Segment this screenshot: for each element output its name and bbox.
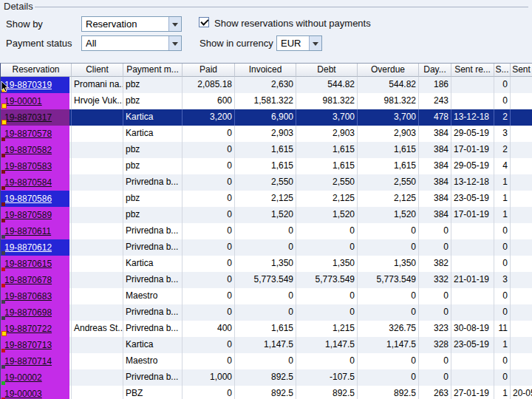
table-row[interactable]: 19-8870582pbz01,6151,6151,61538417-01-19… (1, 142, 532, 158)
column-header-s[interactable]: S... (494, 64, 511, 77)
reservation-link[interactable]: 19-8870582 (4, 143, 52, 158)
column-header-debt[interactable]: Debt (296, 64, 358, 77)
table-row[interactable]: 19-8870612Privredna b...000000 (1, 239, 532, 256)
reservation-link[interactable]: 19-8870678 (4, 273, 52, 288)
column-header-reservation[interactable]: Reservation (1, 64, 72, 77)
cell-s: 0 (494, 304, 511, 321)
table-row[interactable]: 19-8870611Privredna b...000000 (1, 223, 532, 239)
cell-days: 478 (419, 109, 451, 126)
cell-client (72, 126, 123, 142)
reservation-link[interactable]: 19-8870683 (4, 289, 52, 304)
cell-sent (511, 321, 532, 337)
cell-sent_re (451, 239, 494, 256)
cell-client (72, 223, 123, 239)
table-row[interactable]: 19-8870722Andreas St...Privredna b...400… (1, 321, 532, 337)
cell-sent_re (451, 288, 494, 304)
column-header-days[interactable]: Day... (419, 64, 451, 77)
table-row[interactable]: 19-8870583pbz01,6151,6151,61538429-05-19… (1, 158, 532, 174)
cell-invoiced: 0 (235, 304, 296, 321)
cell-payment: Kartica (123, 337, 183, 353)
table-row[interactable]: 19-8870589pbz01,5201,5201,52038417-01-19… (1, 207, 532, 223)
reservation-link[interactable]: 19-8870583 (4, 159, 52, 174)
cell-overdue: 1,615 (358, 142, 419, 158)
column-header-invoiced[interactable]: Invoiced (235, 64, 296, 77)
cell-paid: 0 (183, 353, 235, 369)
table-row[interactable]: 19-00003PBZ0892.5892.5892.526327-01-1912… (1, 386, 532, 399)
column-header-sent_re[interactable]: Sent re... (451, 64, 494, 77)
reservation-link[interactable]: 19-00002 (4, 370, 42, 386)
reservation-link[interactable]: 19-8870698 (4, 305, 52, 321)
table-row[interactable]: 19-00001Hrvoje Vuk...pbz6001,581.322981.… (1, 93, 532, 109)
cell-invoiced: 2,550 (235, 174, 296, 191)
table-row[interactable]: 19-8870586pbz02,1252,1252,12538423-05-19… (1, 191, 532, 207)
reservation-link[interactable]: 19-00003 (4, 386, 42, 399)
cell-sent_re (451, 223, 494, 239)
show-without-payments-checkbox[interactable] (199, 17, 209, 27)
cell-sent (511, 337, 532, 353)
table-row[interactable]: 19-00002Privredna b...1,000892.5-107.500… (1, 369, 532, 386)
table-row[interactable]: 19-8870683Maestro000000 (1, 288, 532, 304)
reservation-link[interactable]: 19-8870586 (4, 191, 52, 207)
cell-s: 1 (494, 337, 511, 353)
reservation-cell-highlight: 19-8870615 (1, 256, 69, 272)
reservation-cell-highlight: 19-8870586 (1, 191, 69, 207)
payment-status-value: All (86, 38, 167, 49)
reservation-link[interactable]: 19-8870584 (4, 175, 52, 191)
table-row[interactable]: 19-8870317Kartica3,2006,9003,7003,700478… (1, 109, 532, 126)
reservation-link[interactable]: 19-8870714 (4, 354, 52, 369)
column-header-client[interactable]: Client (72, 64, 123, 77)
column-header-payment[interactable]: Payment m... (123, 64, 183, 77)
reservation-link[interactable]: 19-8870317 (4, 110, 52, 126)
cell-invoiced: 1,147.5 (235, 337, 296, 353)
cell-sent_re (451, 353, 494, 369)
status-indicator-icon (1, 137, 5, 141)
cell-sent_re: 29-05-19 (451, 126, 494, 142)
cell-reservation: 19-8870722 (1, 321, 72, 337)
column-header-overdue[interactable]: Overdue (358, 64, 419, 77)
cell-days: 328 (419, 337, 451, 353)
table-row[interactable]: 19-8870698Privredna b...000000 (1, 304, 532, 321)
table-row[interactable]: 19-8870584Privredna b...02,5502,5502,550… (1, 174, 532, 191)
cell-client (72, 369, 123, 386)
reservation-link[interactable]: 19-8870589 (4, 208, 52, 223)
table-row[interactable]: 19-8870713Kartica01,147.51,147.51,147.53… (1, 337, 532, 353)
reservation-link[interactable]: 19-8870611 (4, 224, 51, 239)
cell-reservation: 19-8870683 (1, 288, 72, 304)
reservation-link[interactable]: 19-8870722 (4, 321, 52, 337)
reservation-cell-highlight: 19-8870611 (1, 223, 69, 239)
reservation-link[interactable]: 19-00001 (4, 94, 42, 109)
cell-days: 0 (419, 239, 451, 256)
table-row[interactable]: 19-8870615Kartica01,3501,3501,3503820 (1, 256, 532, 272)
cell-days: 0 (419, 304, 451, 321)
cell-s: 0 (494, 353, 511, 369)
cell-days: 384 (419, 126, 451, 142)
table-row[interactable]: 19-8870678Privredna b...05,773.5495,773.… (1, 272, 532, 288)
reservation-cell-highlight: 19-8870698 (1, 304, 69, 321)
currency-dropdown[interactable]: EUR (276, 35, 322, 51)
column-header-sent[interactable]: Sent (511, 64, 532, 77)
table-row[interactable]: 19-8870714Maestro000000 (1, 353, 532, 369)
table-row[interactable]: 19-8870319Promani na...pbz2,085.182,6305… (1, 77, 532, 93)
reservation-link[interactable]: 19-8870319 (4, 78, 52, 93)
payment-status-dropdown[interactable]: All (81, 35, 182, 51)
cell-sent_re (451, 304, 494, 321)
reservation-link[interactable]: 19-8870612 (4, 240, 52, 256)
column-header-paid[interactable]: Paid (183, 64, 235, 77)
chevron-down-icon[interactable] (309, 36, 321, 50)
cell-days: 0 (419, 288, 451, 304)
cell-paid: 0 (183, 174, 235, 191)
reservation-link[interactable]: 19-8870713 (4, 338, 52, 353)
reservation-link[interactable]: 19-8870578 (4, 126, 52, 142)
cell-s: 1 (494, 386, 511, 399)
reservation-cell-highlight: 19-8870317 (1, 109, 69, 126)
cell-invoiced: 1,615 (235, 321, 296, 337)
chevron-down-icon[interactable] (168, 17, 181, 31)
cell-invoiced: 6,900 (235, 109, 296, 126)
reservation-link[interactable]: 19-8870615 (4, 256, 52, 272)
cell-invoiced: 2,125 (235, 191, 296, 207)
cell-paid: 0 (183, 191, 235, 207)
show-by-dropdown[interactable]: Reservation (81, 16, 182, 32)
cell-paid: 0 (183, 386, 235, 399)
table-row[interactable]: 19-8870578Kartica02,9032,9032,90338429-0… (1, 126, 532, 142)
chevron-down-icon[interactable] (168, 36, 181, 50)
